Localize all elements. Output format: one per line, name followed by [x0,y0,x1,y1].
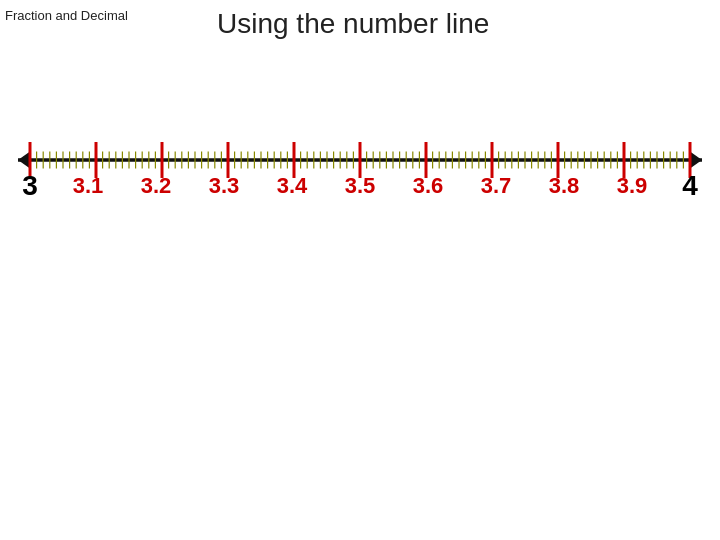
label-37: 3.7 [466,173,526,199]
label-31: 3.1 [58,173,118,199]
page-title: Using the number line [217,8,489,40]
label-32: 3.2 [126,173,186,199]
label-3: 3 [10,170,50,202]
label-33: 3.3 [194,173,254,199]
label-39: 3.9 [602,173,662,199]
label-35: 3.5 [330,173,390,199]
labels-row: 3 3.1 3.2 3.3 3.4 3.5 3.6 3.7 3.8 3.9 4 [10,170,710,202]
subtitle: Fraction and Decimal [5,8,128,23]
label-4: 4 [670,170,710,202]
label-36: 3.6 [398,173,458,199]
label-38: 3.8 [534,173,594,199]
label-34: 3.4 [262,173,322,199]
